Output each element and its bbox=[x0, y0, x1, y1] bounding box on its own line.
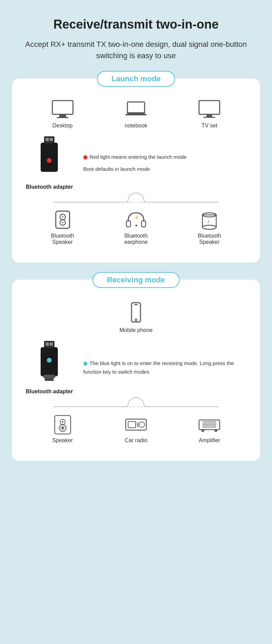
main-title: Receive/transmit two-in-one bbox=[53, 17, 219, 32]
svg-point-19 bbox=[62, 222, 63, 223]
launch-arch bbox=[127, 193, 145, 202]
subtitle: Accept RX+ transmit TX two-in-one design… bbox=[14, 39, 258, 61]
car-radio-label: Car radio bbox=[125, 437, 147, 444]
receiving-divider bbox=[26, 402, 246, 407]
svg-point-47 bbox=[139, 422, 145, 427]
bt-speaker-2-icon: ♪ bbox=[197, 209, 221, 230]
launch-info-line2: Boot defaults in launch mode bbox=[83, 165, 246, 174]
svg-rect-20 bbox=[126, 221, 130, 227]
svg-rect-2 bbox=[57, 117, 69, 118]
launch-info-line1: Red light means entering the launch mode bbox=[90, 154, 187, 160]
svg-rect-12 bbox=[41, 143, 58, 172]
receiving-device-amplifier: Amplifier bbox=[197, 414, 221, 444]
svg-point-13 bbox=[47, 158, 52, 163]
amplifier-icon bbox=[197, 414, 221, 435]
svg-text:⚡: ⚡ bbox=[134, 215, 140, 220]
receiving-device-speaker: Speaker bbox=[51, 414, 75, 444]
tv-icon bbox=[197, 99, 221, 120]
launch-device-desktop: Desktop bbox=[51, 99, 75, 129]
receiving-device-car-radio: Car radio bbox=[124, 414, 148, 444]
svg-point-49 bbox=[137, 424, 138, 425]
svg-rect-4 bbox=[127, 112, 145, 114]
red-dot-icon bbox=[83, 155, 87, 159]
launch-adapter-label: Bluetooth adapter bbox=[26, 184, 73, 190]
svg-rect-51 bbox=[199, 420, 220, 430]
svg-rect-32 bbox=[45, 342, 49, 346]
launch-top-devices-row: Desktop notebook TV set bbox=[26, 99, 246, 129]
car-radio-icon bbox=[124, 414, 148, 435]
receiving-info-line1: The blue light is on to enter the receiv… bbox=[83, 360, 234, 375]
receiving-arch bbox=[127, 397, 145, 407]
svg-rect-7 bbox=[207, 114, 212, 117]
bt-speaker-1-label: BluetoothSpeaker bbox=[51, 233, 74, 245]
svg-rect-1 bbox=[59, 114, 66, 117]
svg-point-18 bbox=[62, 216, 63, 218]
receiving-adapter-area: Bluetooth adapter bbox=[26, 340, 73, 395]
phone-icon bbox=[124, 300, 148, 324]
svg-rect-33 bbox=[50, 342, 53, 346]
launch-adapter-area: Bluetooth adapter bbox=[26, 136, 73, 190]
svg-point-30 bbox=[135, 319, 137, 321]
svg-rect-14 bbox=[45, 142, 53, 143]
receiving-info-box: The blue light is on to enter the receiv… bbox=[83, 359, 246, 376]
launch-device-bt-speaker-2: ♪ BluetoothSpeaker bbox=[197, 209, 221, 245]
receiving-mode-section: Receiving mode Mobile phone bbox=[12, 280, 260, 461]
svg-rect-0 bbox=[52, 101, 73, 114]
receiving-device-phone: Mobile phone bbox=[119, 300, 153, 333]
svg-rect-8 bbox=[203, 117, 215, 118]
svg-rect-52 bbox=[201, 430, 204, 432]
svg-rect-3 bbox=[127, 102, 145, 114]
svg-rect-5 bbox=[125, 114, 147, 115]
launch-divider bbox=[26, 197, 246, 202]
svg-text:✦: ✦ bbox=[134, 223, 138, 228]
launch-middle: Bluetooth adapter Red light means enteri… bbox=[26, 136, 246, 190]
desktop-icon bbox=[51, 99, 75, 120]
svg-point-35 bbox=[47, 358, 52, 363]
svg-rect-29 bbox=[134, 304, 138, 305]
svg-text:♪: ♪ bbox=[207, 218, 210, 224]
receiving-mode-label: Receiving mode bbox=[93, 272, 180, 288]
bt-speaker-1-icon bbox=[51, 209, 75, 230]
launch-divider-line bbox=[53, 202, 219, 202]
receiving-top-devices-row: Mobile phone bbox=[26, 300, 246, 333]
svg-rect-53 bbox=[215, 430, 217, 432]
tv-label: TV set bbox=[201, 123, 217, 129]
desktop-label: Desktop bbox=[52, 123, 73, 129]
amplifier-label: Amplifier bbox=[199, 437, 220, 444]
receiving-middle: Bluetooth adapter The blue light is on t… bbox=[26, 340, 246, 395]
svg-rect-36 bbox=[45, 346, 53, 348]
svg-rect-38 bbox=[45, 378, 54, 381]
svg-rect-46 bbox=[128, 422, 136, 428]
phone-label: Mobile phone bbox=[119, 327, 153, 333]
bt-earphone-label: Bluetoothearphone bbox=[124, 233, 148, 245]
svg-point-50 bbox=[137, 426, 138, 427]
svg-rect-37 bbox=[43, 375, 55, 378]
svg-rect-6 bbox=[199, 101, 220, 114]
launch-device-notebook: notebook bbox=[124, 99, 148, 129]
launch-device-bt-speaker-1: BluetoothSpeaker bbox=[51, 209, 75, 245]
svg-rect-21 bbox=[142, 221, 146, 227]
notebook-label: notebook bbox=[125, 123, 147, 129]
blue-dot-icon bbox=[83, 362, 87, 366]
notebook-icon bbox=[124, 99, 148, 120]
launch-mode-section: Launch mode Desktop notebook bbox=[12, 79, 260, 262]
bt-speaker-2-label: BluetoothSpeaker bbox=[198, 233, 221, 245]
svg-rect-11 bbox=[50, 138, 53, 141]
svg-point-26 bbox=[202, 225, 216, 229]
receiving-adapter-label: Bluetooth adapter bbox=[26, 388, 73, 395]
launch-info-box: Red light means entering the launch mode… bbox=[83, 153, 246, 174]
receiving-divider-line bbox=[53, 406, 219, 407]
launch-bottom-devices-row: BluetoothSpeaker ✦ ⚡ Bluetoothearphone bbox=[26, 209, 246, 245]
svg-point-48 bbox=[137, 422, 138, 424]
svg-point-41 bbox=[62, 421, 63, 423]
receiving-bottom-devices-row: Speaker Car radio bbox=[26, 414, 246, 444]
launch-adapter-svg bbox=[34, 136, 65, 180]
launch-device-bt-earphone: ✦ ⚡ Bluetoothearphone bbox=[124, 209, 148, 245]
launch-mode-label: Launch mode bbox=[97, 71, 175, 87]
speaker-label: Speaker bbox=[52, 437, 73, 444]
svg-rect-10 bbox=[45, 138, 49, 141]
bt-earphone-icon: ✦ ⚡ bbox=[124, 209, 148, 230]
speaker-icon bbox=[51, 414, 75, 435]
launch-device-tv: TV set bbox=[197, 99, 221, 129]
receiving-adapter-svg bbox=[34, 340, 65, 385]
